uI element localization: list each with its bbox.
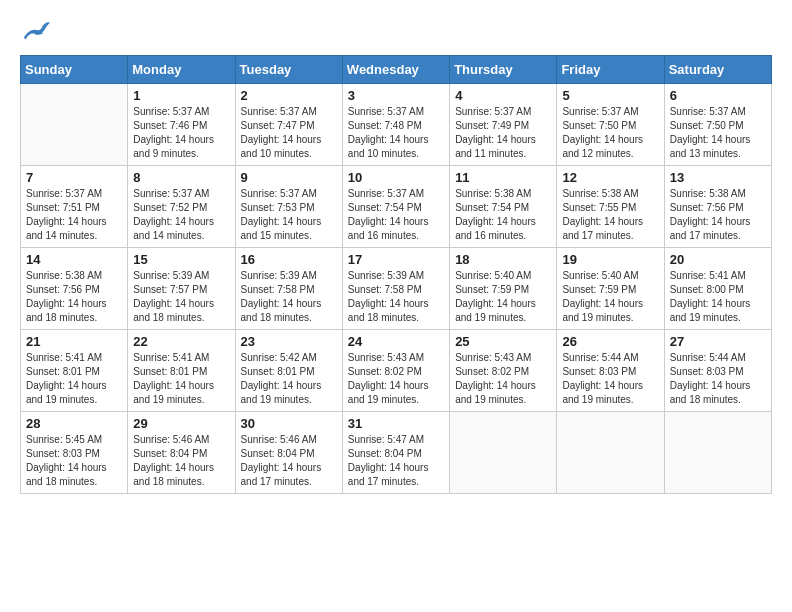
- day-number: 23: [241, 334, 337, 349]
- day-info: Sunrise: 5:44 AMSunset: 8:03 PMDaylight:…: [670, 351, 766, 407]
- day-number: 18: [455, 252, 551, 267]
- day-of-week-header: Saturday: [664, 56, 771, 84]
- logo-bird-icon: [22, 20, 50, 42]
- day-info: Sunrise: 5:44 AMSunset: 8:03 PMDaylight:…: [562, 351, 658, 407]
- calendar-day-cell: 7Sunrise: 5:37 AMSunset: 7:51 PMDaylight…: [21, 166, 128, 248]
- day-info: Sunrise: 5:42 AMSunset: 8:01 PMDaylight:…: [241, 351, 337, 407]
- day-info: Sunrise: 5:38 AMSunset: 7:56 PMDaylight:…: [670, 187, 766, 243]
- day-number: 7: [26, 170, 122, 185]
- day-info: Sunrise: 5:45 AMSunset: 8:03 PMDaylight:…: [26, 433, 122, 489]
- day-info: Sunrise: 5:43 AMSunset: 8:02 PMDaylight:…: [348, 351, 444, 407]
- day-info: Sunrise: 5:37 AMSunset: 7:53 PMDaylight:…: [241, 187, 337, 243]
- day-of-week-header: Monday: [128, 56, 235, 84]
- day-number: 25: [455, 334, 551, 349]
- day-number: 31: [348, 416, 444, 431]
- day-number: 17: [348, 252, 444, 267]
- day-info: Sunrise: 5:37 AMSunset: 7:50 PMDaylight:…: [670, 105, 766, 161]
- day-of-week-header: Sunday: [21, 56, 128, 84]
- day-info: Sunrise: 5:37 AMSunset: 7:48 PMDaylight:…: [348, 105, 444, 161]
- day-info: Sunrise: 5:41 AMSunset: 8:01 PMDaylight:…: [26, 351, 122, 407]
- calendar-day-cell: 27Sunrise: 5:44 AMSunset: 8:03 PMDayligh…: [664, 330, 771, 412]
- calendar-day-cell: 15Sunrise: 5:39 AMSunset: 7:57 PMDayligh…: [128, 248, 235, 330]
- day-info: Sunrise: 5:37 AMSunset: 7:46 PMDaylight:…: [133, 105, 229, 161]
- day-number: 22: [133, 334, 229, 349]
- day-number: 2: [241, 88, 337, 103]
- calendar-day-cell: [450, 412, 557, 494]
- calendar-day-cell: 19Sunrise: 5:40 AMSunset: 7:59 PMDayligh…: [557, 248, 664, 330]
- calendar-day-cell: 21Sunrise: 5:41 AMSunset: 8:01 PMDayligh…: [21, 330, 128, 412]
- calendar-day-cell: 3Sunrise: 5:37 AMSunset: 7:48 PMDaylight…: [342, 84, 449, 166]
- day-number: 5: [562, 88, 658, 103]
- day-info: Sunrise: 5:41 AMSunset: 8:01 PMDaylight:…: [133, 351, 229, 407]
- day-number: 16: [241, 252, 337, 267]
- day-info: Sunrise: 5:41 AMSunset: 8:00 PMDaylight:…: [670, 269, 766, 325]
- calendar-day-cell: [21, 84, 128, 166]
- day-number: 21: [26, 334, 122, 349]
- day-number: 9: [241, 170, 337, 185]
- calendar-week-row: 7Sunrise: 5:37 AMSunset: 7:51 PMDaylight…: [21, 166, 772, 248]
- calendar-day-cell: 8Sunrise: 5:37 AMSunset: 7:52 PMDaylight…: [128, 166, 235, 248]
- day-info: Sunrise: 5:37 AMSunset: 7:47 PMDaylight:…: [241, 105, 337, 161]
- day-number: 26: [562, 334, 658, 349]
- day-number: 6: [670, 88, 766, 103]
- calendar-day-cell: 23Sunrise: 5:42 AMSunset: 8:01 PMDayligh…: [235, 330, 342, 412]
- calendar-day-cell: 30Sunrise: 5:46 AMSunset: 8:04 PMDayligh…: [235, 412, 342, 494]
- day-number: 30: [241, 416, 337, 431]
- day-info: Sunrise: 5:39 AMSunset: 7:58 PMDaylight:…: [348, 269, 444, 325]
- calendar: SundayMondayTuesdayWednesdayThursdayFrid…: [20, 55, 772, 494]
- calendar-day-cell: [664, 412, 771, 494]
- calendar-day-cell: 9Sunrise: 5:37 AMSunset: 7:53 PMDaylight…: [235, 166, 342, 248]
- day-number: 28: [26, 416, 122, 431]
- calendar-day-cell: 17Sunrise: 5:39 AMSunset: 7:58 PMDayligh…: [342, 248, 449, 330]
- day-number: 11: [455, 170, 551, 185]
- header: [20, 16, 772, 47]
- calendar-day-cell: 24Sunrise: 5:43 AMSunset: 8:02 PMDayligh…: [342, 330, 449, 412]
- day-number: 24: [348, 334, 444, 349]
- day-number: 14: [26, 252, 122, 267]
- day-number: 20: [670, 252, 766, 267]
- calendar-header-row: SundayMondayTuesdayWednesdayThursdayFrid…: [21, 56, 772, 84]
- day-number: 4: [455, 88, 551, 103]
- calendar-day-cell: 5Sunrise: 5:37 AMSunset: 7:50 PMDaylight…: [557, 84, 664, 166]
- day-number: 27: [670, 334, 766, 349]
- day-info: Sunrise: 5:43 AMSunset: 8:02 PMDaylight:…: [455, 351, 551, 407]
- day-info: Sunrise: 5:38 AMSunset: 7:55 PMDaylight:…: [562, 187, 658, 243]
- day-info: Sunrise: 5:37 AMSunset: 7:50 PMDaylight:…: [562, 105, 658, 161]
- day-number: 19: [562, 252, 658, 267]
- day-info: Sunrise: 5:39 AMSunset: 7:57 PMDaylight:…: [133, 269, 229, 325]
- day-info: Sunrise: 5:46 AMSunset: 8:04 PMDaylight:…: [241, 433, 337, 489]
- day-number: 29: [133, 416, 229, 431]
- calendar-week-row: 14Sunrise: 5:38 AMSunset: 7:56 PMDayligh…: [21, 248, 772, 330]
- calendar-day-cell: 20Sunrise: 5:41 AMSunset: 8:00 PMDayligh…: [664, 248, 771, 330]
- day-info: Sunrise: 5:37 AMSunset: 7:51 PMDaylight:…: [26, 187, 122, 243]
- calendar-day-cell: 2Sunrise: 5:37 AMSunset: 7:47 PMDaylight…: [235, 84, 342, 166]
- day-info: Sunrise: 5:37 AMSunset: 7:49 PMDaylight:…: [455, 105, 551, 161]
- calendar-day-cell: 26Sunrise: 5:44 AMSunset: 8:03 PMDayligh…: [557, 330, 664, 412]
- calendar-day-cell: 1Sunrise: 5:37 AMSunset: 7:46 PMDaylight…: [128, 84, 235, 166]
- day-number: 13: [670, 170, 766, 185]
- day-info: Sunrise: 5:37 AMSunset: 7:54 PMDaylight:…: [348, 187, 444, 243]
- day-info: Sunrise: 5:37 AMSunset: 7:52 PMDaylight:…: [133, 187, 229, 243]
- day-of-week-header: Wednesday: [342, 56, 449, 84]
- day-of-week-header: Tuesday: [235, 56, 342, 84]
- day-info: Sunrise: 5:40 AMSunset: 7:59 PMDaylight:…: [455, 269, 551, 325]
- calendar-day-cell: [557, 412, 664, 494]
- calendar-day-cell: 25Sunrise: 5:43 AMSunset: 8:02 PMDayligh…: [450, 330, 557, 412]
- day-info: Sunrise: 5:38 AMSunset: 7:54 PMDaylight:…: [455, 187, 551, 243]
- calendar-day-cell: 13Sunrise: 5:38 AMSunset: 7:56 PMDayligh…: [664, 166, 771, 248]
- calendar-day-cell: 6Sunrise: 5:37 AMSunset: 7:50 PMDaylight…: [664, 84, 771, 166]
- day-info: Sunrise: 5:38 AMSunset: 7:56 PMDaylight:…: [26, 269, 122, 325]
- calendar-week-row: 1Sunrise: 5:37 AMSunset: 7:46 PMDaylight…: [21, 84, 772, 166]
- day-number: 3: [348, 88, 444, 103]
- day-of-week-header: Thursday: [450, 56, 557, 84]
- calendar-day-cell: 14Sunrise: 5:38 AMSunset: 7:56 PMDayligh…: [21, 248, 128, 330]
- logo: [20, 20, 52, 47]
- calendar-day-cell: 29Sunrise: 5:46 AMSunset: 8:04 PMDayligh…: [128, 412, 235, 494]
- day-number: 10: [348, 170, 444, 185]
- calendar-day-cell: 4Sunrise: 5:37 AMSunset: 7:49 PMDaylight…: [450, 84, 557, 166]
- day-info: Sunrise: 5:39 AMSunset: 7:58 PMDaylight:…: [241, 269, 337, 325]
- day-of-week-header: Friday: [557, 56, 664, 84]
- calendar-week-row: 28Sunrise: 5:45 AMSunset: 8:03 PMDayligh…: [21, 412, 772, 494]
- calendar-day-cell: 22Sunrise: 5:41 AMSunset: 8:01 PMDayligh…: [128, 330, 235, 412]
- calendar-day-cell: 31Sunrise: 5:47 AMSunset: 8:04 PMDayligh…: [342, 412, 449, 494]
